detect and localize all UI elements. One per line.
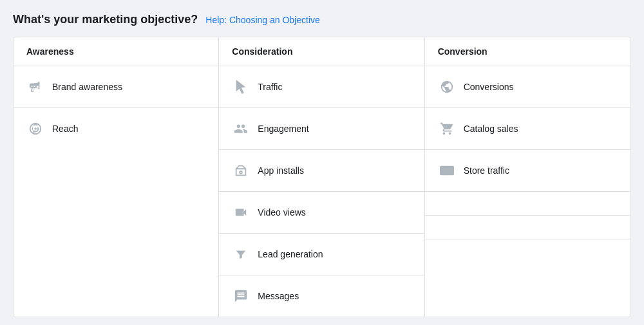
messages-label: Messages	[258, 291, 299, 301]
traffic-item[interactable]: Traffic	[219, 66, 424, 108]
consideration-column: Traffic Engagement App installs	[219, 66, 424, 317]
awareness-column: Brand awareness Reach	[14, 66, 219, 317]
video-views-item[interactable]: Video views	[219, 192, 424, 234]
help-link[interactable]: Help: Choosing an Objective	[205, 15, 319, 25]
messages-item[interactable]: Messages	[219, 275, 424, 317]
awareness-header: Awareness	[14, 37, 219, 66]
conversions-item[interactable]: Conversions	[425, 66, 630, 108]
traffic-label: Traffic	[258, 82, 282, 92]
brand-awareness-item[interactable]: Brand awareness	[14, 66, 218, 108]
engagement-label: Engagement	[258, 124, 308, 134]
chat-icon	[232, 287, 250, 305]
store-icon	[438, 162, 456, 180]
conversions-label: Conversions	[464, 82, 514, 92]
reach-icon	[26, 120, 44, 138]
page-title: What's your marketing objective?	[13, 13, 198, 26]
conversion-column: Conversions Catalog sales Store traffic	[425, 66, 630, 317]
page-header: What's your marketing objective? Help: C…	[13, 13, 631, 26]
conversion-empty-1	[425, 192, 630, 216]
cart-icon	[438, 120, 456, 138]
table-header: Awareness Consideration Conversion	[14, 37, 630, 66]
reach-item[interactable]: Reach	[14, 108, 218, 149]
conversion-header: Conversion	[425, 37, 630, 66]
consideration-header: Consideration	[219, 37, 424, 66]
megaphone-icon	[26, 78, 44, 96]
conversion-empty-3	[425, 239, 630, 263]
table-body: Brand awareness Reach Traffic	[14, 66, 630, 317]
app-installs-label: App installs	[258, 165, 304, 176]
conversion-empty-2	[425, 216, 630, 239]
catalog-sales-label: Catalog sales	[464, 124, 518, 134]
box-icon	[232, 162, 250, 180]
lead-generation-item[interactable]: Lead generation	[219, 234, 424, 275]
lead-generation-label: Lead generation	[258, 249, 323, 259]
video-views-label: Video views	[258, 207, 305, 218]
store-traffic-label: Store traffic	[464, 165, 509, 176]
filter-icon	[232, 245, 250, 263]
store-traffic-item[interactable]: Store traffic	[425, 150, 630, 192]
cursor-icon	[232, 78, 250, 96]
brand-awareness-label: Brand awareness	[52, 82, 122, 92]
catalog-sales-item[interactable]: Catalog sales	[425, 108, 630, 150]
engagement-item[interactable]: Engagement	[219, 108, 424, 150]
app-installs-item[interactable]: App installs	[219, 150, 424, 192]
reach-label: Reach	[52, 124, 78, 134]
globe-icon	[438, 78, 456, 96]
video-icon	[232, 203, 250, 221]
people-icon	[232, 120, 250, 138]
objectives-table: Awareness Consideration Conversion Brand…	[13, 37, 631, 317]
